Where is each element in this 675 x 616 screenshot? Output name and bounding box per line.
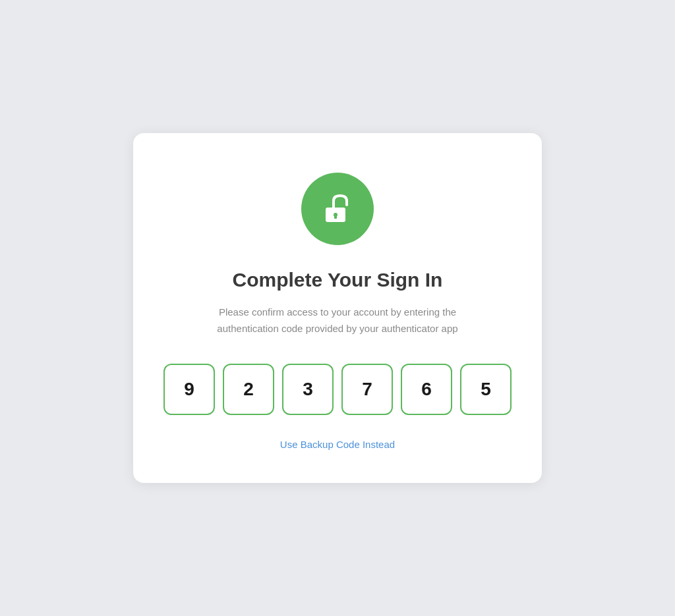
svg-rect-2 bbox=[334, 215, 337, 219]
otp-input-group bbox=[163, 364, 512, 415]
otp-digit-2[interactable] bbox=[223, 364, 274, 415]
otp-digit-3[interactable] bbox=[282, 364, 334, 415]
otp-digit-4[interactable] bbox=[341, 364, 393, 415]
unlock-icon bbox=[320, 192, 355, 226]
unlock-icon-circle bbox=[301, 173, 374, 245]
signin-card: Complete Your Sign In Please confirm acc… bbox=[133, 133, 542, 483]
use-backup-code-link[interactable]: Use Backup Code Instead bbox=[280, 439, 395, 450]
otp-digit-6[interactable] bbox=[460, 364, 512, 415]
page-title: Complete Your Sign In bbox=[233, 269, 443, 291]
otp-digit-5[interactable] bbox=[401, 364, 452, 415]
page-description: Please confirm access to your account by… bbox=[199, 304, 476, 337]
otp-digit-1[interactable] bbox=[163, 364, 215, 415]
